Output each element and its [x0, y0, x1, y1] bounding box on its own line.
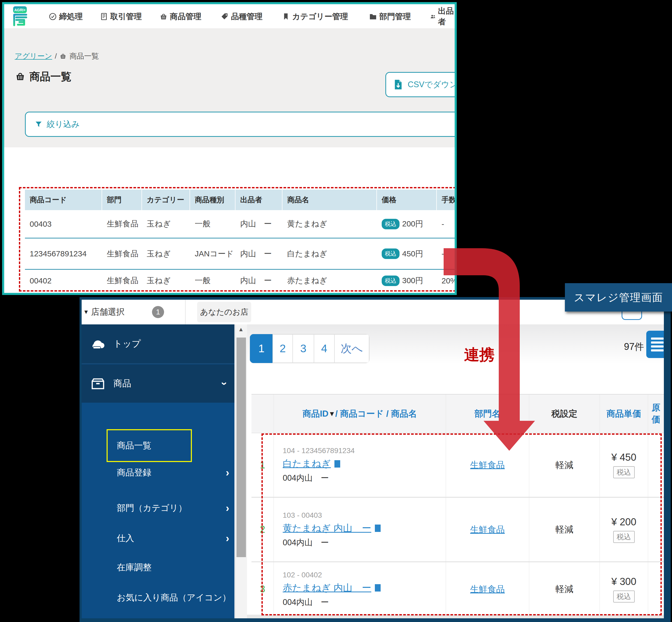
- integration-label: 連携: [464, 345, 494, 365]
- svg-text:AGRI+: AGRI+: [14, 8, 26, 12]
- sidebar-item-product-list[interactable]: 商品一覧: [117, 438, 151, 453]
- chevron-right-icon: ›: [226, 532, 229, 544]
- sidebar-item-stock-adjustment[interactable]: 在庫調整: [117, 559, 151, 575]
- sidebar-item-department-category[interactable]: 部門（カテゴリ） ›: [117, 500, 187, 516]
- chevron-right-icon: ›: [226, 467, 229, 479]
- page-button-2[interactable]: 2: [272, 334, 293, 363]
- chevron-right-icon: ›: [226, 502, 229, 514]
- cloud-icon: [89, 337, 107, 351]
- box-icon: [89, 377, 107, 390]
- users-icon: [430, 12, 436, 21]
- scrollbar-up-arrow[interactable]: ▲: [238, 326, 244, 333]
- sidebar-item-favorite-products[interactable]: お気に入り商品（アイコン）: [117, 590, 231, 606]
- basket-icon: [59, 53, 67, 60]
- breadcrumb: アグリーン / 商品一覧: [15, 51, 99, 62]
- page-button-4[interactable]: 4: [314, 334, 335, 363]
- col-header-department[interactable]: 部門名: [446, 394, 529, 433]
- sidebar-item-label: 仕入: [117, 532, 134, 544]
- tag-icon: [221, 12, 229, 21]
- sidebar-item-price-history[interactable]: 価格変更履歴: [117, 618, 169, 622]
- funnel-icon: [35, 120, 42, 128]
- col-header-rownum: [252, 394, 273, 433]
- smaregi-admin-window: ▼ 店舗選択 1 あなたのお店 トップ 商品 › 商品一覧 商品登録 › 部門（…: [79, 297, 671, 622]
- nav-item-departments[interactable]: 部門管理: [369, 10, 411, 23]
- basket-icon: [15, 71, 26, 82]
- sidebar-item-label: トップ: [113, 338, 141, 350]
- store-select-label[interactable]: 店舗選択: [91, 300, 125, 324]
- filter-bar[interactable]: 絞り込み: [25, 112, 457, 137]
- col-header-tax: 税設定: [529, 394, 600, 433]
- csv-download-label: CSVでダウンロード: [408, 79, 457, 90]
- sort-desc-icon: ▼: [328, 410, 335, 418]
- nav-item-closing[interactable]: 締処理: [48, 10, 83, 23]
- highlight-dashed-box-smaregi: [261, 434, 662, 615]
- smaregi-sidebar: トップ 商品 › 商品一覧 商品登録 › 部門（カテゴリ） › 仕入 › 在庫調…: [82, 324, 234, 618]
- file-download-icon: [393, 79, 404, 90]
- col-header-unit-price[interactable]: 商品単価: [600, 394, 648, 433]
- basket-icon: [159, 12, 168, 21]
- nav-item-transactions[interactable]: 取引管理: [100, 10, 142, 23]
- bookmark-icon: [282, 12, 290, 21]
- nav-label: 取引管理: [110, 11, 142, 22]
- sidebar-item-product-register[interactable]: 商品登録 ›: [117, 465, 151, 480]
- pagination: 1 2 3 4 次へ: [250, 334, 369, 363]
- highlight-dashed-box-agreen: [19, 187, 457, 291]
- nav-label: 出品者: [438, 6, 455, 27]
- nav-item-products[interactable]: 商品管理: [159, 10, 201, 23]
- sidebar-item-products[interactable]: 商品 ›: [82, 364, 234, 403]
- chevron-down-icon: ›: [219, 382, 230, 385]
- nav-item-categories[interactable]: カテゴリー管理: [282, 10, 348, 23]
- nav-label: 締処理: [59, 11, 83, 22]
- list-view-button[interactable]: [646, 331, 670, 358]
- page-button-1[interactable]: 1: [250, 334, 273, 363]
- csv-download-button[interactable]: CSVでダウンロード: [385, 72, 457, 97]
- nav-label: 商品管理: [170, 11, 201, 22]
- ledger-icon: [100, 12, 108, 21]
- nav-item-sellers[interactable]: 出品者: [430, 10, 455, 23]
- sidebar-item-label: 商品: [113, 377, 131, 389]
- page-title: 商品一覧: [15, 69, 71, 83]
- nav-label: カテゴリー管理: [292, 11, 348, 22]
- caret-down-icon[interactable]: ▼: [83, 300, 89, 324]
- smaregi-screen-label: スマレジ管理画面: [565, 283, 672, 312]
- nav-label: 品種管理: [231, 11, 262, 22]
- scrollbar-thumb[interactable]: [236, 338, 246, 557]
- sidebar-item-label: 在庫調整: [117, 562, 151, 574]
- store-tab-label: あなたのお店: [200, 307, 248, 318]
- sidebar-item-purchasing[interactable]: 仕入 ›: [117, 530, 134, 546]
- store-tab[interactable]: あなたのお店: [197, 302, 251, 322]
- divider: [185, 300, 186, 324]
- sidebar-item-label: 部門（カテゴリ）: [117, 502, 187, 514]
- agreen-admin-window: AGRI+ 締処理 取引管理 商品管理 品種管理 カテゴリー管理 部門管理: [2, 2, 457, 295]
- sidebar-item-top[interactable]: トップ: [82, 324, 234, 364]
- list-icon: [651, 338, 664, 340]
- breadcrumb-separator: /: [55, 52, 57, 60]
- page-button-3[interactable]: 3: [292, 334, 314, 363]
- col-header-product-id[interactable]: 商品ID ▼ / 商品コード / 商品名: [273, 394, 446, 433]
- col-header-cost[interactable]: 原価: [648, 394, 664, 433]
- sidebar-item-label: 商品一覧: [117, 440, 151, 452]
- breadcrumb-home-link[interactable]: アグリーン: [15, 51, 52, 61]
- filter-label: 絞り込み: [47, 119, 79, 130]
- header-product-suffix: / 商品コード / 商品名: [335, 408, 417, 420]
- header-product-id-text: 商品ID: [302, 408, 328, 420]
- agreen-logo-icon[interactable]: AGRI+: [10, 6, 29, 27]
- store-count-badge: 1: [152, 306, 164, 318]
- agreen-top-nav: AGRI+ 締処理 取引管理 商品管理 品種管理 カテゴリー管理 部門管理: [4, 4, 455, 29]
- page-title-text: 商品一覧: [29, 69, 71, 84]
- nav-item-varieties[interactable]: 品種管理: [221, 10, 262, 23]
- result-count: 97件: [624, 340, 644, 353]
- sidebar-item-label: お気に入り商品（アイコン）: [117, 592, 231, 603]
- nav-label: 部門管理: [379, 11, 411, 22]
- sidebar-item-label: 価格変更履歴: [117, 620, 169, 622]
- next-page-button[interactable]: 次へ: [334, 334, 369, 363]
- folder-icon: [369, 12, 377, 21]
- breadcrumb-current: 商品一覧: [69, 51, 99, 61]
- check-circle-icon: [48, 12, 57, 21]
- sidebar-item-label: 商品登録: [117, 467, 151, 479]
